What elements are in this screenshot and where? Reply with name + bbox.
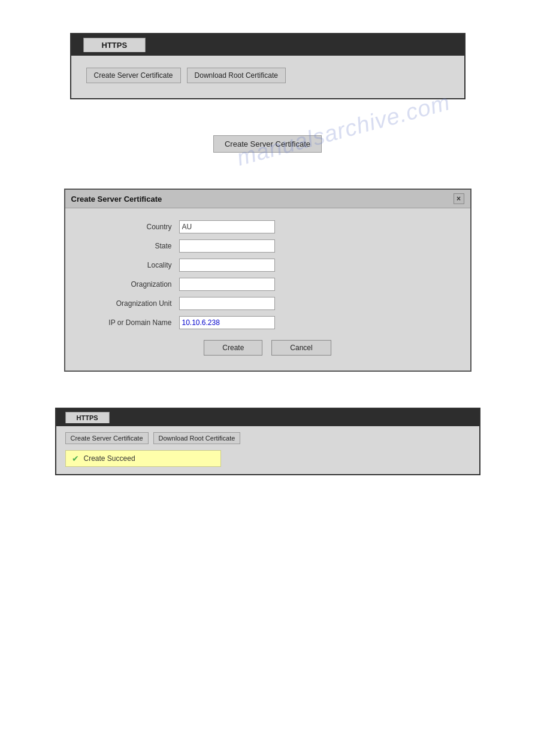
form-row-country: Country	[83, 220, 452, 233]
form-row-state: State	[83, 239, 452, 253]
success-bar: ✔ Create Succeed	[65, 450, 221, 467]
input-state[interactable]	[179, 239, 275, 253]
form-row-ip-domain: IP or Domain Name	[83, 316, 452, 329]
section-2-create-button: Create Server Certificate manualsarchive…	[70, 135, 466, 153]
https-panel-top: HTTPS Create Server Certificate Download…	[70, 33, 466, 99]
input-ip-domain[interactable]	[179, 316, 275, 329]
dialog-actions: Create Cancel	[83, 340, 452, 356]
create-certificate-dialog: Create Server Certificate × Country Stat…	[64, 189, 471, 372]
create-server-certificate-standalone-button[interactable]: Create Server Certificate	[213, 135, 322, 153]
dialog-cancel-button[interactable]: Cancel	[271, 340, 331, 356]
page-wrapper: HTTPS Create Server Certificate Download…	[0, 33, 535, 756]
dialog-title: Create Server Certificate	[71, 195, 162, 204]
dialog-close-button[interactable]: ×	[454, 193, 464, 204]
section-3-dialog: Create Server Certificate × Country Stat…	[64, 189, 471, 372]
dialog-titlebar: Create Server Certificate ×	[65, 190, 470, 208]
dialog-body: Country State Locality Oragnization	[65, 208, 470, 371]
section-1-https-panel: HTTPS Create Server Certificate Download…	[70, 33, 466, 99]
small-download-root-certificate-button[interactable]: Download Root Certificate	[153, 432, 241, 444]
section-4-success-panel: HTTPS Create Server Certificate Download…	[55, 408, 480, 475]
https-panel-bottom: HTTPS Create Server Certificate Download…	[55, 408, 480, 475]
https-panel-header: HTTPS	[71, 34, 464, 56]
form-row-locality: Locality	[83, 259, 452, 272]
https-panel-small-body: Create Server Certificate Download Root …	[56, 426, 479, 474]
label-country: Country	[83, 223, 179, 231]
button-row: Create Server Certificate Download Root …	[86, 68, 449, 83]
watermark: manualsarchive.com	[234, 89, 453, 171]
small-create-server-certificate-button[interactable]: Create Server Certificate	[65, 432, 149, 444]
input-organization[interactable]	[179, 278, 275, 291]
https-panel-body: Create Server Certificate Download Root …	[71, 56, 464, 98]
label-ip-domain: IP or Domain Name	[83, 318, 179, 327]
https-panel-small-header: HTTPS	[56, 409, 479, 426]
success-message: Create Succeed	[84, 454, 135, 463]
input-locality[interactable]	[179, 259, 275, 272]
form-row-organization: Oragnization	[83, 278, 452, 291]
form-row-org-unit: Oragnization Unit	[83, 297, 452, 310]
input-country[interactable]	[179, 220, 275, 233]
download-root-certificate-button[interactable]: Download Root Certificate	[187, 68, 286, 83]
dialog-create-button[interactable]: Create	[204, 340, 262, 356]
label-locality: Locality	[83, 261, 179, 269]
https-tab[interactable]: HTTPS	[83, 38, 146, 52]
label-state: State	[83, 242, 179, 250]
success-icon: ✔	[72, 454, 79, 463]
input-org-unit[interactable]	[179, 297, 275, 310]
label-organization: Oragnization	[83, 280, 179, 289]
small-button-row: Create Server Certificate Download Root …	[65, 432, 470, 444]
https-tab-small[interactable]: HTTPS	[65, 412, 110, 423]
create-server-certificate-button[interactable]: Create Server Certificate	[86, 68, 181, 83]
label-org-unit: Oragnization Unit	[83, 299, 179, 308]
